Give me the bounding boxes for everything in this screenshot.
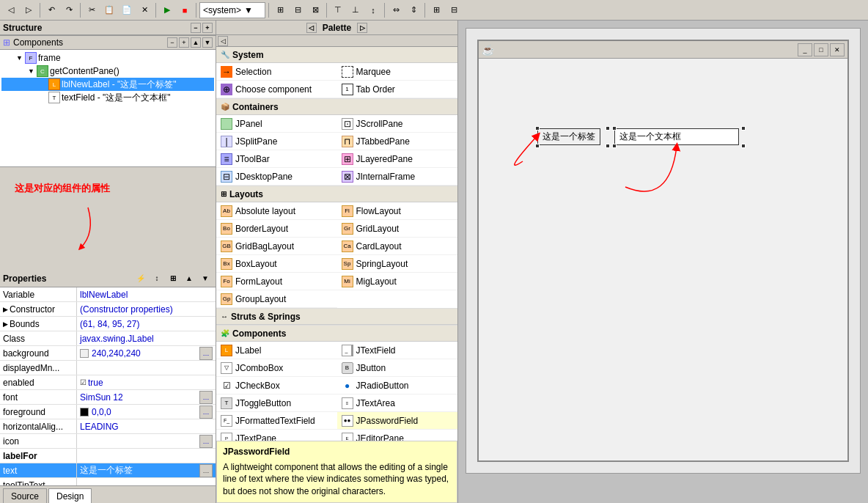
- palette-item-jpasswordfield[interactable]: ●● JPasswordField: [337, 412, 458, 430]
- palette-item-springlayout[interactable]: Sp SpringLayout: [337, 255, 458, 273]
- prop-class-val[interactable]: javax.swing.JLabel: [77, 331, 216, 345]
- palette-section-system-header[interactable]: 🔧 System: [216, 47, 457, 63]
- palette-item-marquee[interactable]: Marquee: [337, 63, 458, 81]
- palette-item-jdesktoppane[interactable]: ⊟ JDesktopPane: [216, 168, 337, 186]
- dist-v-btn[interactable]: ⇕: [405, 2, 422, 18]
- palette-item-gridbaglayout[interactable]: GB GridBagLayout: [216, 238, 337, 255]
- prop-text-val[interactable]: 这是一个标签 …: [77, 463, 216, 477]
- grid-btn[interactable]: ⊞: [428, 2, 444, 18]
- palette-item-jtextarea[interactable]: ≡ JTextArea: [337, 394, 458, 412]
- palette-item-jlayeredpane[interactable]: ⊞ JLayeredPane: [337, 150, 458, 168]
- tab-source[interactable]: Source: [3, 488, 47, 503]
- background-edit-btn[interactable]: …: [199, 347, 213, 360]
- comp-btn3[interactable]: ▲: [191, 37, 201, 48]
- palette-item-selection[interactable]: → Selection: [216, 63, 337, 81]
- tree-item-textfield[interactable]: T textField - "这是一个文本框": [1, 91, 214, 104]
- palette-item-jbutton[interactable]: B JButton: [337, 359, 458, 377]
- palette-item-jtoolbar[interactable]: ≡ JToolBar: [216, 150, 337, 168]
- align-top-btn[interactable]: ⊤: [330, 2, 346, 18]
- palette-item-jinternalframe[interactable]: ⊠ JInternalFrame: [337, 168, 458, 186]
- palette-item-jpanel[interactable]: JPanel: [216, 115, 337, 133]
- text-edit-btn[interactable]: …: [199, 464, 213, 477]
- tab-design[interactable]: Design: [48, 488, 92, 503]
- prop-background-val[interactable]: 240,240,240 …: [77, 346, 216, 360]
- comp-btn2[interactable]: +: [179, 37, 189, 48]
- win-close-btn[interactable]: ✕: [830, 43, 845, 56]
- palette-scroll-left[interactable]: ◁: [218, 36, 228, 46]
- palette-item-taborder[interactable]: 1 Tab Order: [337, 81, 458, 98]
- prop-enabled-val[interactable]: ☑ true: [77, 375, 216, 389]
- toolbar-paste-btn[interactable]: 📄: [119, 2, 135, 18]
- comp-btn1[interactable]: −: [167, 37, 177, 48]
- palette-section-layouts-header[interactable]: ⊞ Layouts: [216, 186, 457, 202]
- palette-item-jlabel[interactable]: L JLabel: [216, 342, 337, 359]
- align-bottom-btn[interactable]: ↕: [365, 2, 381, 18]
- icon-edit-btn[interactable]: …: [199, 435, 213, 448]
- palette-item-jformattedtextfield[interactable]: F_ JFormattedTextField: [216, 412, 337, 430]
- palette-scroll[interactable]: 🔧 System → Selection Marquee ⊕ Choose co…: [216, 47, 457, 441]
- font-edit-btn[interactable]: …: [199, 391, 213, 404]
- prop-foreground-val[interactable]: 0,0,0 …: [77, 405, 216, 419]
- toolbar-stop-btn[interactable]: ■: [177, 2, 193, 18]
- props-up-btn[interactable]: ▼: [198, 272, 213, 285]
- toolbar-redo-btn[interactable]: ↷: [61, 2, 77, 18]
- constructor-expand-icon[interactable]: ▶: [3, 306, 8, 313]
- dist-h-btn[interactable]: ⇔: [388, 2, 404, 18]
- palette-item-jtogglebutton[interactable]: T JToggleButton: [216, 394, 337, 412]
- palette-item-gridlayout[interactable]: Gr GridLayout: [337, 220, 458, 238]
- palette-item-flowlayout[interactable]: Fl FlowLayout: [337, 202, 458, 220]
- prop-font-val[interactable]: SimSun 12 …: [77, 390, 216, 404]
- comp-btn4[interactable]: ▼: [202, 37, 213, 48]
- props-sort-btn[interactable]: ↕: [150, 272, 164, 285]
- align-center-btn[interactable]: ⊟: [290, 2, 306, 18]
- toolbar-copy-btn[interactable]: 📋: [101, 2, 117, 18]
- prop-constructor-val[interactable]: (Constructor properties): [77, 302, 216, 316]
- prop-labelfor-val[interactable]: [77, 449, 216, 463]
- palette-item-boxlayout[interactable]: Bx BoxLayout: [216, 255, 337, 273]
- palette-section-components-header[interactable]: 🧩 Components: [216, 326, 457, 342]
- prop-halign-val[interactable]: LEADING: [77, 419, 216, 433]
- palette-item-choose[interactable]: ⊕ Choose component: [216, 81, 337, 98]
- palette-item-jeditorpane[interactable]: E JEditorPane: [337, 430, 458, 441]
- toolbar-forward-btn[interactable]: ▷: [21, 2, 37, 18]
- grid2-btn[interactable]: ⊟: [446, 2, 462, 18]
- system-dropdown[interactable]: <system> ▼: [199, 2, 265, 18]
- tree-item-contentpane[interactable]: ▼ C getContentPane(): [1, 65, 214, 78]
- palette-item-borderlayout[interactable]: Bo BorderLayout: [216, 220, 337, 238]
- toolbar-delete-btn[interactable]: ✕: [136, 2, 152, 18]
- toolbar-undo-btn[interactable]: ↶: [43, 2, 59, 18]
- palette-item-miglayout[interactable]: Mi MigLayout: [337, 273, 458, 290]
- win-minimize-btn[interactable]: _: [798, 43, 812, 56]
- palette-item-jtextfield[interactable]: _ JTextField: [337, 342, 458, 359]
- prop-icon-val[interactable]: …: [77, 434, 216, 448]
- palette-item-cardlayout[interactable]: Ca CardLayout: [337, 238, 458, 255]
- palette-item-grouplayout[interactable]: Gp GroupLayout: [216, 290, 337, 308]
- align-left-btn[interactable]: ⊞: [272, 2, 288, 18]
- canvas-textfield-widget[interactable]: 这是一个文本框: [614, 128, 739, 145]
- palette-item-jscrollpane[interactable]: ⊡ JScrollPane: [337, 115, 458, 133]
- prop-tooltip-val[interactable]: [77, 478, 216, 485]
- palette-item-jsplitpane[interactable]: | JSplitPane: [216, 133, 337, 150]
- palette-item-jtabbedpane[interactable]: ⊓ JTabbedPane: [337, 133, 458, 150]
- bounds-expand-icon[interactable]: ▶: [3, 320, 8, 328]
- prop-bounds-val[interactable]: (61, 84, 95, 27): [77, 317, 216, 331]
- foreground-edit-btn[interactable]: …: [199, 405, 213, 419]
- structure-expand-btn[interactable]: +: [202, 23, 213, 33]
- align-right-btn[interactable]: ⊠: [307, 2, 323, 18]
- palette-item-jtextpane[interactable]: P JTextPane: [216, 430, 337, 441]
- palette-item-jradiobutton[interactable]: ● JRadioButton: [337, 377, 458, 394]
- palette-section-struts-header[interactable]: ↔ Struts & Springs: [216, 309, 457, 325]
- align-middle-btn[interactable]: ⊥: [347, 2, 364, 18]
- prop-displayedmn-val[interactable]: [77, 361, 216, 375]
- toolbar-cut-btn[interactable]: ✂: [84, 2, 100, 18]
- props-expand-btn[interactable]: ⊞: [166, 272, 180, 285]
- tree-item-frame[interactable]: ▼ F frame: [1, 51, 214, 65]
- tree-item-lblNewLabel[interactable]: L lblNewLabel - "这是一个标签": [1, 78, 214, 91]
- toolbar-back-btn[interactable]: ◁: [3, 2, 19, 18]
- palette-item-formlayout[interactable]: Fo FormLayout: [216, 273, 337, 290]
- palette-item-jcombobox[interactable]: ▽ JComboBox: [216, 359, 337, 377]
- props-collapse-btn[interactable]: ▲: [182, 272, 196, 285]
- palette-left-btn[interactable]: ◁: [306, 23, 317, 33]
- props-filter-btn[interactable]: ⚡: [133, 272, 148, 285]
- toolbar-run-btn[interactable]: ▶: [159, 2, 175, 18]
